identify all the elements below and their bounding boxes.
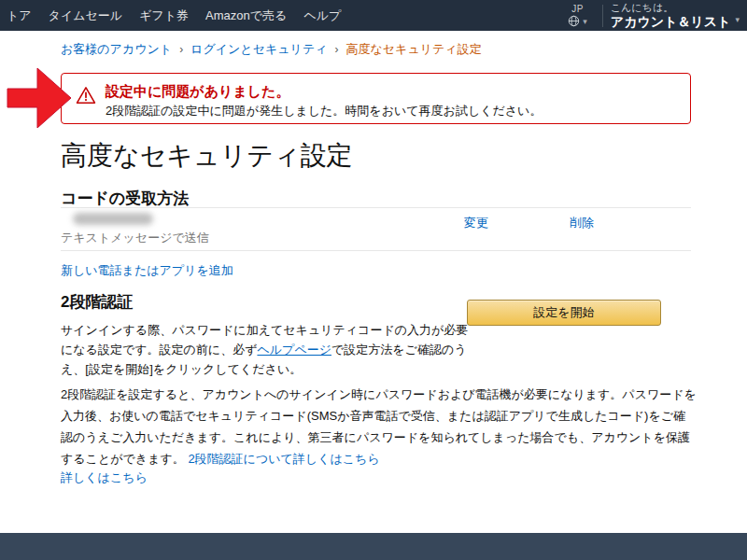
chevron-down-icon: ▾	[583, 17, 587, 26]
phone-number-redacted	[73, 213, 153, 225]
nav-item-store[interactable]: トア	[0, 7, 40, 24]
breadcrumb-login-security-link[interactable]: ログインとセキュリティ	[190, 41, 327, 58]
change-phone-link[interactable]: 変更	[464, 215, 488, 231]
top-nav: トア タイムセール ギフト券 Amazonで売る ヘルプ JP ▾	[0, 0, 747, 31]
tfa-learn-more-link[interactable]: 2段階認証について詳しくはこちら	[188, 452, 379, 466]
nav-item-timesale[interactable]: タイムセール	[40, 7, 132, 24]
nav-divider	[602, 5, 603, 27]
nav-item-giftcards[interactable]: ギフト券	[131, 7, 197, 24]
warning-triangle-icon	[76, 86, 96, 105]
alert-message: 2段階認証の設定中に問題が発生しました。時間をおいて再度お試しください。	[106, 103, 677, 119]
tfa-description-text: 2段階認証を設定すると、アカウントへのサインイン時にパスワードおよび電話機が必要…	[61, 384, 698, 469]
globe-icon	[568, 15, 580, 27]
code-delivery-heading: コードの受取方法	[61, 188, 189, 209]
footer-back-to-top-bar[interactable]	[0, 533, 747, 560]
nav-item-help[interactable]: ヘルプ	[295, 7, 349, 24]
delivery-method-label: テキストメッセージで送信	[61, 230, 209, 246]
add-phone-or-app-link[interactable]: 新しい電話またはアプリを追加	[61, 262, 233, 279]
divider	[61, 250, 691, 251]
breadcrumb-separator: ›	[179, 43, 183, 56]
delete-phone-link[interactable]: 削除	[570, 215, 594, 231]
greeting-text: こんにちは。	[611, 2, 731, 14]
breadcrumb-current-page: 高度なセキュリティ設定	[346, 41, 482, 58]
breadcrumb-account-link[interactable]: お客様のアカウント	[61, 41, 172, 58]
breadcrumb: お客様のアカウント › ログインとセキュリティ › 高度なセキュリティ設定	[61, 41, 482, 58]
details-link[interactable]: 詳しくはこちら	[61, 469, 148, 486]
divider	[61, 207, 691, 208]
locale-selector[interactable]: JP ▾	[560, 4, 595, 27]
account-menu[interactable]: こんにちは。 アカウント＆リスト ▾	[611, 2, 747, 29]
alert-title: 設定中に問題がありました。	[106, 83, 677, 100]
tfa-intro-text: サインインする際、パスワードに加えてセキュリティコードの入力が必要になる設定です…	[61, 320, 476, 379]
start-setup-button[interactable]: 設定を開始	[467, 300, 661, 326]
breadcrumb-separator: ›	[335, 43, 339, 56]
locale-code: JP	[571, 4, 584, 15]
nav-links: トア タイムセール ギフト券 Amazonで売る ヘルプ	[0, 7, 349, 24]
error-alert: 設定中に問題がありました。 2段階認証の設定中に問題が発生しました。時間をおいて…	[61, 73, 691, 124]
page: トア タイムセール ギフト券 Amazonで売る ヘルプ JP ▾	[0, 0, 747, 560]
tfa-heading: 2段階認証	[61, 291, 133, 313]
account-menu-label: アカウント＆リスト	[611, 14, 731, 29]
nav-right: JP ▾ こんにちは。 アカウント＆リスト ▾	[560, 0, 747, 31]
help-page-link[interactable]: ヘルプページ	[257, 343, 331, 357]
page-title: 高度なセキュリティ設定	[61, 138, 353, 174]
nav-item-sell[interactable]: Amazonで売る	[197, 7, 295, 24]
chevron-down-icon: ▾	[735, 15, 740, 24]
